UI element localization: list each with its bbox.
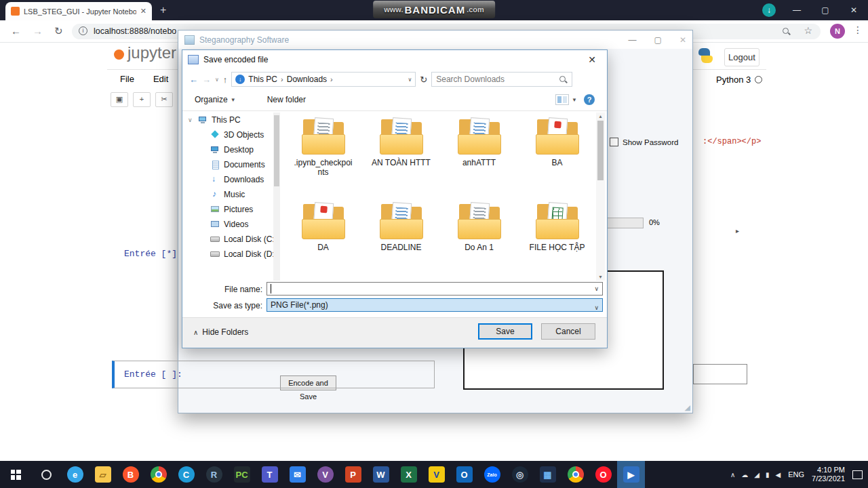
folder-da[interactable]: DA xyxy=(288,201,359,286)
breadcrumb-this-pc[interactable]: This PC xyxy=(248,75,277,84)
grid-scrollbar-thumb[interactable] xyxy=(597,121,604,180)
taskbar-zalo-icon[interactable]: Zalo xyxy=(478,461,506,488)
cut-cell-button[interactable]: ✂ xyxy=(155,92,173,107)
tree-item-this-pc[interactable]: ∨ This PC xyxy=(182,113,273,127)
taskbar-powerpoint-icon[interactable]: P xyxy=(339,461,367,488)
folder-deadline[interactable]: DEADLINE xyxy=(366,201,437,286)
taskbar-game-icon[interactable]: ◎ xyxy=(506,461,534,488)
clock[interactable]: 4:10 PM 7/23/2021 xyxy=(812,466,845,483)
tree-item-local-disk-c[interactable]: Local Disk (C:) xyxy=(182,232,273,247)
show-password-checkbox[interactable] xyxy=(610,138,618,146)
hide-folders-button[interactable]: ∧ Hide Folders xyxy=(193,327,248,337)
start-button[interactable] xyxy=(0,461,31,488)
organize-button[interactable]: Organize ▼ xyxy=(195,95,236,104)
save-as-type-combo[interactable]: PNG File(*.png) ∨ xyxy=(267,298,603,312)
resize-grip-icon[interactable]: ◢ xyxy=(685,403,690,412)
onedrive-icon[interactable]: ☁ xyxy=(741,471,748,479)
taskbar-coccoc-icon[interactable]: C xyxy=(172,461,200,488)
tree-item-music[interactable]: Music xyxy=(182,187,273,202)
breadcrumb-dropdown-icon[interactable]: ∨ xyxy=(408,77,412,83)
back-icon[interactable]: ← xyxy=(11,25,21,37)
scroll-down-icon[interactable]: ▾ xyxy=(596,274,605,280)
folder-do-an-1[interactable]: Do An 1 xyxy=(443,201,515,286)
network-icon[interactable]: ◢ xyxy=(754,471,760,479)
tree-item-documents[interactable]: Documents xyxy=(182,157,273,172)
volume-icon[interactable]: ◀ xyxy=(776,471,781,479)
taskbar-viber-icon[interactable]: V xyxy=(311,461,339,488)
dialog-titlebar[interactable]: Save encoded file ✕ xyxy=(182,50,607,68)
grid-scrollbar[interactable]: ▴ ▾ xyxy=(596,113,605,281)
folder-ipynb-checkpoints[interactable]: .ipynb_checkpoi nts xyxy=(288,117,359,201)
taskbar-teams-icon[interactable]: T xyxy=(256,461,283,488)
bookmark-star-icon[interactable]: ☆ xyxy=(804,25,812,36)
tree-expander-icon[interactable]: ∨ xyxy=(188,117,195,123)
search-box[interactable]: Search Downloads xyxy=(431,72,572,87)
logout-button[interactable]: Logout xyxy=(724,48,760,66)
save-as-type-dropdown-icon[interactable]: ∨ xyxy=(594,302,599,314)
site-info-icon[interactable]: i xyxy=(79,26,87,35)
browser-tab[interactable]: LSB_STEG_GUI - Jupyter Noteboo ✕ xyxy=(5,2,152,20)
folder-anhattt[interactable]: anhATTT xyxy=(443,117,515,201)
taskbar-app-icon[interactable]: ▦ xyxy=(534,461,561,488)
recorder-status-icon[interactable]: ↓ xyxy=(762,3,776,17)
taskbar-r-app-icon[interactable]: R xyxy=(200,461,228,488)
taskbar-outlook-icon[interactable]: O xyxy=(450,461,478,488)
battery-icon[interactable]: ▮ xyxy=(766,471,770,479)
taskbar-bandicam-icon[interactable]: ▶ xyxy=(617,461,645,488)
jupyter-menu-edit[interactable]: Edit xyxy=(153,74,168,84)
save-notebook-button[interactable]: ▣ xyxy=(111,92,128,107)
tree-scrollbar[interactable] xyxy=(273,113,280,281)
breadcrumb-downloads[interactable]: Downloads xyxy=(287,75,327,84)
nav-history-icon[interactable]: ∨ xyxy=(215,77,219,83)
taskbar-brave-icon[interactable]: B xyxy=(117,461,144,488)
dialog-close-icon[interactable]: ✕ xyxy=(583,54,601,65)
tab-close-icon[interactable]: ✕ xyxy=(140,7,146,16)
browser-menu-icon[interactable]: ⋮ xyxy=(853,24,863,35)
nav-up-icon[interactable]: ↑ xyxy=(223,75,228,85)
restore-window-button[interactable]: ▢ xyxy=(811,0,840,20)
tree-item-local-disk-d[interactable]: Local Disk (D:) xyxy=(182,247,273,262)
add-cell-button[interactable]: + xyxy=(133,92,151,107)
taskbar-word-icon[interactable]: W xyxy=(367,461,395,488)
file-name-input[interactable]: ∨ xyxy=(267,282,603,296)
profile-avatar[interactable]: N xyxy=(830,24,845,39)
reload-icon[interactable]: ↻ xyxy=(54,25,63,37)
scroll-up-icon[interactable]: ▴ xyxy=(596,113,605,119)
folder-ba[interactable]: BA xyxy=(521,117,593,201)
tree-item-downloads[interactable]: Downloads xyxy=(182,172,273,187)
nav-back-icon[interactable]: ← xyxy=(189,75,198,85)
taskbar-pycharm-icon[interactable]: PC xyxy=(228,461,256,488)
tree-item-desktop[interactable]: Desktop xyxy=(182,142,273,157)
jupyter-selected-cell[interactable]: Entrée [ ]: xyxy=(112,361,435,388)
file-name-dropdown-icon[interactable]: ∨ xyxy=(594,285,599,292)
help-button[interactable]: ? xyxy=(584,94,595,105)
folder-an-toan-httt[interactable]: AN TOÀN HTTT xyxy=(366,117,437,201)
search-button[interactable] xyxy=(31,461,61,488)
taskbar-chrome-icon[interactable] xyxy=(144,461,172,488)
view-mode-button[interactable]: ▼ xyxy=(555,94,577,105)
jupyter-menu-file[interactable]: File xyxy=(120,74,134,84)
new-tab-button[interactable]: + xyxy=(160,4,166,16)
taskbar-mail-icon[interactable]: ✉ xyxy=(283,461,311,488)
action-center-icon[interactable] xyxy=(852,470,863,479)
tree-item-pictures[interactable]: Pictures xyxy=(182,202,273,217)
app-minimize-icon[interactable]: — xyxy=(629,35,637,45)
save-button[interactable]: Save xyxy=(478,323,532,340)
taskbar-unikey-icon[interactable]: V xyxy=(422,461,450,488)
taskbar-chrome-2-icon[interactable] xyxy=(561,461,589,488)
breadcrumb[interactable]: ↓ This PC › Downloads › ∨ xyxy=(231,72,416,87)
new-folder-button[interactable]: New folder xyxy=(267,95,306,104)
app-close-icon[interactable]: ✕ xyxy=(679,35,686,45)
language-indicator[interactable]: ENG xyxy=(788,470,804,479)
app-maximize-icon[interactable]: ▢ xyxy=(654,35,662,45)
hidden-icons-chevron[interactable]: ∧ xyxy=(730,471,735,479)
nav-forward-icon[interactable]: → xyxy=(202,75,211,85)
tree-item-3d-objects[interactable]: 3D Objects xyxy=(182,127,273,142)
folder-file-hoc-tap[interactable]: FILE HỌC TẬP xyxy=(521,201,593,286)
refresh-icon[interactable]: ↻ xyxy=(420,75,427,85)
tree-scrollbar-thumb[interactable] xyxy=(274,115,279,186)
forward-icon[interactable]: → xyxy=(33,25,43,37)
cancel-button[interactable]: Cancel xyxy=(541,323,595,340)
steganography-titlebar[interactable]: Steganography Software — ▢ ✕ xyxy=(178,30,692,49)
tree-item-videos[interactable]: Videos xyxy=(182,217,273,232)
